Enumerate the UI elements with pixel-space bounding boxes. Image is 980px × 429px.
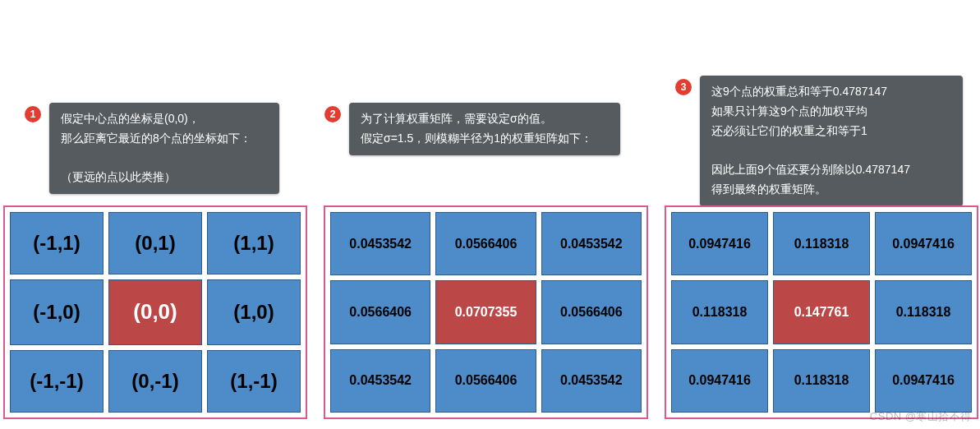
cell: 0.0453542 xyxy=(541,349,642,413)
cell: (0,-1) xyxy=(108,350,202,413)
cell: (-1,0) xyxy=(10,279,104,344)
cell: 0.0566406 xyxy=(435,349,536,413)
cell: (1,0) xyxy=(207,279,301,344)
grids-row: (-1,1) (0,1) (1,1) (-1,0) (0,0) (1,0) (-… xyxy=(0,205,980,419)
watermark: CSDN @寒山拾不得 xyxy=(870,409,972,424)
cell: (0,1) xyxy=(108,212,202,274)
cell-center: (0,0) xyxy=(108,279,202,344)
cell: 0.118318 xyxy=(773,212,870,275)
cell: 0.0566406 xyxy=(330,280,430,344)
cell: 0.118318 xyxy=(875,280,972,344)
cell: 0.0947416 xyxy=(671,212,768,275)
cell: 0.0566406 xyxy=(435,212,536,275)
cell: (1,1) xyxy=(207,212,301,274)
grid-weights-raw: 0.0453542 0.0566406 0.0453542 0.0566406 … xyxy=(324,205,648,419)
cell: 0.0453542 xyxy=(541,212,642,275)
cell: 0.0453542 xyxy=(330,349,430,413)
grid-coordinates: (-1,1) (0,1) (1,1) (-1,0) (0,0) (1,0) (-… xyxy=(3,205,307,419)
cell: (-1,1) xyxy=(10,212,104,274)
cell: (-1,-1) xyxy=(10,350,104,413)
callout-3: 3 这9个点的权重总和等于0.4787147 如果只计算这9个点的加权平均 还必… xyxy=(675,76,963,206)
cell: 0.0566406 xyxy=(541,280,642,344)
callout-3-text: 这9个点的权重总和等于0.4787147 如果只计算这9个点的加权平均 还必须让… xyxy=(700,76,963,206)
cell-center: 0.0707355 xyxy=(435,280,536,344)
cell: (1,-1) xyxy=(207,350,301,413)
badge-3: 3 xyxy=(675,79,692,95)
callout-1: 1 假定中心点的坐标是(0,0)， 那么距离它最近的8个点的坐标如下： （更远的… xyxy=(25,103,279,194)
callout-2-text: 为了计算权重矩阵，需要设定σ的值。 假定σ=1.5，则模糊半径为1的权重矩阵如下… xyxy=(349,103,620,155)
grid-weights-normalized: 0.0947416 0.118318 0.0947416 0.118318 0.… xyxy=(665,205,978,419)
cell: 0.118318 xyxy=(671,280,768,344)
callout-row: 1 假定中心点的坐标是(0,0)， 那么距离它最近的8个点的坐标如下： （更远的… xyxy=(0,0,980,197)
cell: 0.0947416 xyxy=(875,212,972,275)
callout-2: 2 为了计算权重矩阵，需要设定σ的值。 假定σ=1.5，则模糊半径为1的权重矩阵… xyxy=(324,103,620,155)
cell-center: 0.147761 xyxy=(773,280,870,344)
cell: 0.0453542 xyxy=(330,212,430,275)
cell: 0.118318 xyxy=(773,349,870,413)
cell: 0.0947416 xyxy=(875,349,972,413)
cell: 0.0947416 xyxy=(671,349,768,413)
badge-2: 2 xyxy=(324,106,341,122)
callout-1-text: 假定中心点的坐标是(0,0)， 那么距离它最近的8个点的坐标如下： （更远的点以… xyxy=(49,103,279,194)
badge-1: 1 xyxy=(25,106,41,122)
